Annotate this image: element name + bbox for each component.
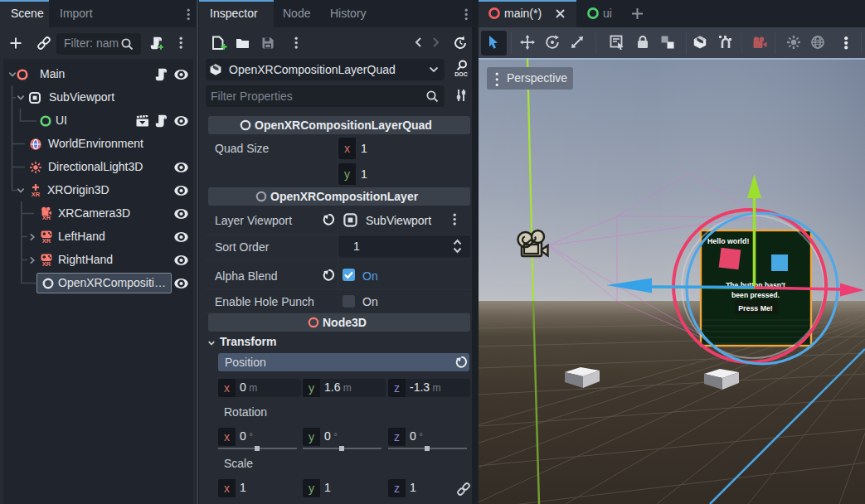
svg-text:Hello world!: Hello world! — [707, 237, 749, 245]
svg-text:been pressed.: been pressed. — [731, 291, 780, 299]
svg-text:Press Me!: Press Me! — [738, 304, 773, 313]
svg-text:DOC: DOC — [454, 71, 468, 77]
